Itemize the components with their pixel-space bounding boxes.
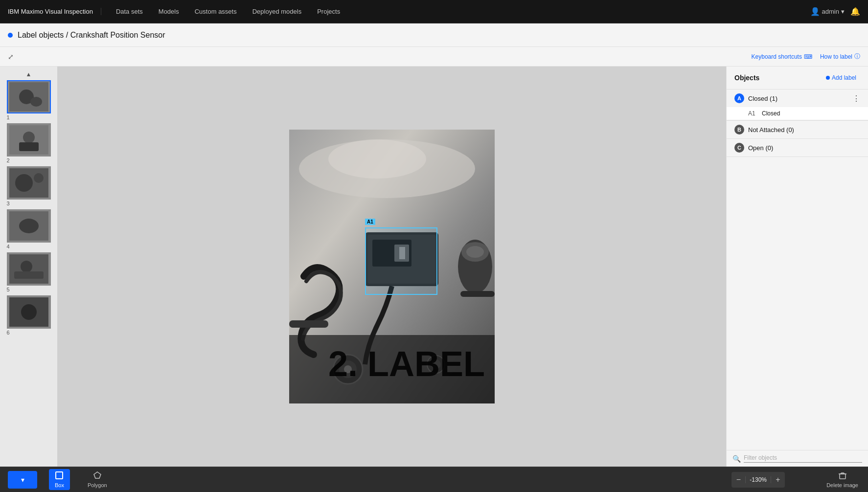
thumb-num-6: 6 xyxy=(7,329,51,336)
thumbnail-6[interactable]: 6 xyxy=(7,295,51,336)
bounding-box-a1[interactable]: A1 xyxy=(365,227,437,295)
category-name-c: Open (0) xyxy=(748,144,860,152)
nav-projects[interactable]: Projects xyxy=(310,0,347,23)
filter-icon: 🔍 xyxy=(732,455,741,463)
nav-deployed-models[interactable]: Deployed models xyxy=(246,0,308,23)
category-closed: A Closed (1) ⋮ A1 Closed xyxy=(727,89,868,121)
polygon-tool-icon xyxy=(93,471,102,481)
category-row-a[interactable]: A Closed (1) ⋮ xyxy=(727,89,868,107)
user-icon: 👤 xyxy=(810,7,820,16)
thumbnail-4[interactable]: 4 xyxy=(7,209,51,250)
nav-right: 👤 admin ▾ 🔔 xyxy=(810,7,860,16)
zoom-out-button[interactable]: − xyxy=(731,472,745,488)
info-icon: ⓘ xyxy=(854,52,860,61)
category-letter-b: B xyxy=(734,125,744,134)
svg-marker-36 xyxy=(94,472,101,478)
zoom-control: − -130% + xyxy=(731,472,785,488)
zoom-in-button[interactable]: + xyxy=(771,472,785,488)
category-letter-c: C xyxy=(734,143,744,153)
svg-point-15 xyxy=(21,304,37,320)
objects-panel: Objects Add label A Closed (1) ⋮ A1 Clos… xyxy=(726,67,868,467)
toolbar-row: ⤢ Keyboard shortcuts ⌨ How to label ⓘ xyxy=(0,47,868,67)
box-tool-button[interactable]: Box xyxy=(49,469,70,490)
thumb-num-4: 4 xyxy=(7,243,51,250)
thumb-img-4 xyxy=(7,209,51,243)
add-label-text: Add label xyxy=(832,74,856,81)
box-tool-icon xyxy=(55,471,64,481)
category-letter-a: A xyxy=(734,93,744,103)
thumb-num-5: 5 xyxy=(7,286,51,293)
status-dot xyxy=(8,33,13,38)
box-icon-svg xyxy=(55,471,64,480)
canvas-area[interactable]: A1 2. LABEL xyxy=(58,67,726,467)
category-row-b[interactable]: B Not Attached (0) xyxy=(727,121,868,138)
thumb-num-2: 2 xyxy=(7,157,51,164)
thumb-num-3: 3 xyxy=(7,200,51,207)
filter-objects-input[interactable] xyxy=(744,454,862,463)
svg-point-2 xyxy=(30,97,42,107)
expand-panel-button[interactable]: ▾ xyxy=(8,471,37,489)
nav-links: Data sets Models Custom assets Deployed … xyxy=(109,0,810,23)
nav-custom-assets[interactable]: Custom assets xyxy=(188,0,244,23)
thumb-img-2 xyxy=(7,123,51,157)
svg-rect-5 xyxy=(19,142,39,151)
thumbnail-1[interactable]: 1 xyxy=(7,80,51,121)
svg-point-12 xyxy=(21,261,32,272)
thumb-img-3 xyxy=(7,166,51,200)
main-image: A1 2. LABEL xyxy=(289,130,495,403)
keyboard-shortcuts-link[interactable]: Keyboard shortcuts ⌨ xyxy=(752,53,812,60)
admin-menu[interactable]: 👤 admin ▾ xyxy=(810,7,845,16)
category-not-attached: B Not Attached (0) xyxy=(727,121,868,139)
svg-point-30 xyxy=(466,246,484,258)
category-more-a[interactable]: ⋮ xyxy=(852,94,860,103)
thumb-img-1 xyxy=(7,80,51,113)
zoom-value: -130% xyxy=(745,476,771,483)
thumb-svg-3 xyxy=(9,168,48,198)
delete-icon-svg xyxy=(838,471,847,480)
bbox-label-a1: A1 xyxy=(365,219,375,225)
nav-datasets[interactable]: Data sets xyxy=(109,0,150,23)
thumbnail-panel: ▲ 1 2 xyxy=(0,67,58,467)
how-to-label-link[interactable]: How to label ⓘ xyxy=(820,52,860,61)
svg-rect-37 xyxy=(840,474,845,479)
image-label-overlay: 2. LABEL xyxy=(328,344,485,384)
svg-point-18 xyxy=(328,139,426,179)
main-image-container: A1 2. LABEL xyxy=(289,130,495,403)
object-item-a1[interactable]: A1 Closed xyxy=(727,107,868,120)
admin-label: admin xyxy=(822,8,839,15)
svg-point-4 xyxy=(23,132,35,143)
main-area: ▲ 1 2 xyxy=(0,67,868,467)
object-label-a1: Closed xyxy=(762,110,780,117)
breadcrumb-bar: Label objects / Crankshaft Position Sens… xyxy=(0,23,868,47)
thumb-svg-6 xyxy=(9,297,48,327)
keyboard-shortcuts-label: Keyboard shortcuts xyxy=(752,53,802,60)
top-nav: IBM Maximo Visual Inspection Data sets M… xyxy=(0,0,868,23)
polygon-icon-svg xyxy=(93,471,102,480)
bottom-toolbar: ▾ Box Polygon − -130% + xyxy=(0,467,868,492)
expand-icon[interactable]: ⤢ xyxy=(8,53,14,61)
thumbnail-2[interactable]: 2 xyxy=(7,123,51,164)
brand-label: IBM Maximo Visual Inspection xyxy=(8,8,101,15)
thumb-svg-5 xyxy=(9,254,48,284)
thumbnail-5[interactable]: 5 xyxy=(7,252,51,293)
objects-header: Objects Add label xyxy=(727,67,868,89)
thumb-img-5 xyxy=(7,252,51,286)
toolbar-right: Keyboard shortcuts ⌨ How to label ⓘ xyxy=(752,52,860,61)
svg-point-8 xyxy=(34,173,44,183)
panel-collapse-arrow[interactable]: ▲ xyxy=(25,70,33,78)
page-title: Label objects / Crankshaft Position Sens… xyxy=(18,31,165,40)
add-label-dot xyxy=(826,76,830,80)
notification-icon[interactable]: 🔔 xyxy=(850,7,860,16)
polygon-tool-button[interactable]: Polygon xyxy=(82,469,113,490)
thumbnail-3[interactable]: 3 xyxy=(7,166,51,207)
add-label-button[interactable]: Add label xyxy=(822,72,860,83)
delete-image-label: Delete image xyxy=(826,482,858,488)
delete-image-button[interactable]: Delete image xyxy=(826,471,858,488)
thumb-svg-2 xyxy=(9,125,48,155)
how-to-label-text: How to label xyxy=(820,53,852,60)
category-row-c[interactable]: C Open (0) xyxy=(727,139,868,157)
toolbar-left: ⤢ xyxy=(8,53,14,61)
objects-title: Objects xyxy=(734,74,759,82)
nav-models[interactable]: Models xyxy=(152,0,186,23)
polygon-tool-label: Polygon xyxy=(88,482,107,488)
